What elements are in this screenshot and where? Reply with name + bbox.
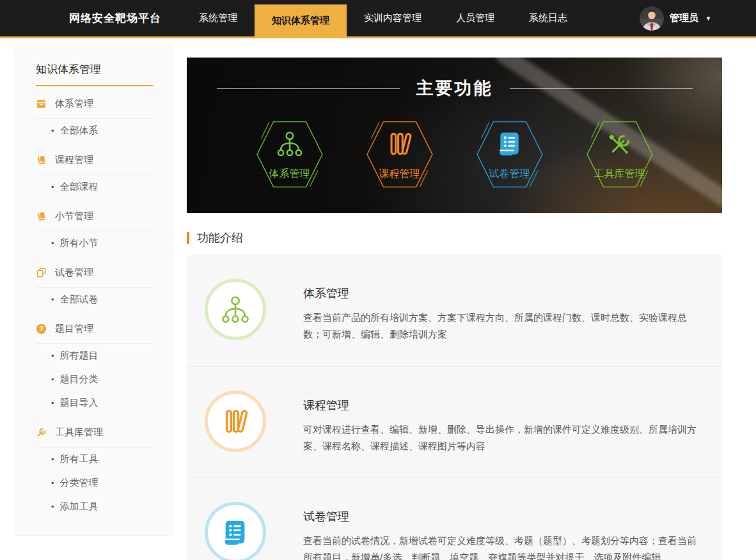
hero-title-row: 主要功能 [187, 77, 722, 100]
hero-feature-course-mgmt[interactable]: 课程管理 [363, 114, 437, 195]
feature-circle [205, 502, 266, 560]
sidebar-item-label: 课程管理 [55, 154, 93, 166]
user-avatar-icon [640, 6, 664, 31]
brand-title[interactable]: 网络安全靶场平台 [69, 0, 161, 36]
nav-item-system-log[interactable]: 系统日志 [512, 0, 585, 36]
sidebar-item-all-systems[interactable]: • 全部体系 [36, 119, 154, 143]
sidebar-section-system: 体系管理 • 全部体系 [36, 89, 154, 143]
sidebar-item-tool-categories[interactable]: • 分类管理 [36, 471, 154, 495]
feature-card-description: 可对课程进行查看、编辑、新增、删除、导出操作，新增的课件可定义难度级别、所属培训… [303, 421, 697, 455]
chevron-down-icon: ▼ [705, 15, 711, 22]
feature-circle [205, 279, 266, 340]
circle-ring [205, 391, 266, 452]
sidebar-child-label: 题目分类 [60, 373, 98, 385]
feature-intro-panel: 体系管理 查看当前产品的所有培训方案、方案下课程方向、所属的课程门数、课时总数、… [187, 255, 722, 560]
sidebar-child-label: 添加工具 [60, 501, 98, 513]
sidebar-section-exam: 试卷管理 • 全部试卷 [36, 258, 154, 311]
bullet-icon: • [51, 126, 54, 136]
section-heading: 功能介绍 [187, 230, 722, 245]
sidebar-item-label: 试卷管理 [55, 267, 93, 279]
divider [217, 88, 400, 89]
sidebar: 知识体系管理 体系管理 • 全部体系 课程管理 • 全部课程 小节管理 • [15, 45, 173, 536]
sidebar-item-label: 工具库管理 [55, 426, 103, 439]
sidebar-item-question-import[interactable]: • 题目导入 [36, 391, 154, 415]
sidebar-item-section-mgmt[interactable]: 小节管理 [36, 201, 154, 231]
sidebar-child-label: 题目导入 [60, 397, 98, 409]
copy-icon [36, 267, 47, 278]
sidebar-item-label: 题目管理 [55, 323, 93, 335]
sidebar-child-label: 所有题目 [60, 350, 98, 362]
sidebar-item-label: 体系管理 [55, 98, 93, 110]
hero-feature-exam-mgmt[interactable]: 试卷管理 [473, 114, 547, 195]
heading-accent-bar [187, 232, 189, 244]
sidebar-child-label: 全部试卷 [60, 293, 98, 306]
bullet-icon: • [51, 238, 54, 248]
feature-card-title: 课程管理 [303, 398, 697, 413]
feature-card-system-mgmt: 体系管理 查看当前产品的所有培训方案、方案下课程方向、所属的课程门数、课时总数、… [187, 255, 722, 367]
sidebar-section-tools: 工具库管理 • 所有工具 • 分类管理 • 添加工具 [36, 417, 154, 518]
hero-feature-label: 试卷管理 [473, 167, 547, 181]
sidebar-child-label: 所有小节 [60, 237, 98, 249]
sidebar-item-question-categories[interactable]: • 题目分类 [36, 368, 154, 391]
hero-feature-row: 体系管理 课程管理 试卷管理 工具 [187, 114, 722, 195]
hero-title: 主要功能 [416, 77, 493, 100]
hero-banner: 主要功能 体系管理 课程管理 [187, 58, 722, 213]
sidebar-child-label: 全部课程 [60, 181, 98, 193]
feature-card-body: 课程管理 可对课程进行查看、编辑、新增、删除、导出操作，新增的课件可定义难度级别… [303, 391, 697, 455]
main-nav: 系统管理 知识体系管理 实训内容管理 人员管理 系统日志 [182, 0, 585, 36]
feature-circle [205, 391, 266, 452]
feature-card-title: 体系管理 [303, 286, 697, 301]
bullet-icon: • [51, 351, 54, 361]
sidebar-item-add-tool[interactable]: • 添加工具 [36, 495, 154, 518]
bullet-icon: • [51, 478, 54, 488]
hero-feature-label: 课程管理 [363, 167, 437, 181]
sidebar-item-all-tools[interactable]: • 所有工具 [36, 447, 154, 471]
sidebar-section-question: 题目管理 • 所有题目 • 题目分类 • 题目导入 [36, 314, 154, 415]
bullet-icon: • [51, 398, 54, 408]
sidebar-section-section: 小节管理 • 所有小节 [36, 201, 154, 255]
books-icon [363, 130, 437, 157]
sidebar-item-toolkit-mgmt[interactable]: 工具库管理 [36, 417, 154, 447]
tools-icon [583, 130, 657, 157]
top-navbar: 网络安全靶场平台 系统管理 知识体系管理 实训内容管理 人员管理 系统日志 管理… [0, 0, 756, 38]
feature-card-exam-mgmt: 试卷管理 查看当前的试卷情况，新增试卷可定义难度等级、考题（题型）、考题划分等内… [187, 478, 722, 560]
nav-item-training-content[interactable]: 实训内容管理 [347, 0, 439, 36]
sidebar-item-label: 小节管理 [55, 210, 93, 222]
hero-feature-system-mgmt[interactable]: 体系管理 [253, 114, 327, 195]
sidebar-item-tixi-mgmt[interactable]: 体系管理 [36, 89, 154, 118]
bullet-icon: • [51, 295, 54, 304]
hero-feature-toolkit-mgmt[interactable]: 工具库管理 [583, 114, 657, 195]
sidebar-item-question-mgmt[interactable]: 题目管理 [36, 314, 154, 343]
book-icon [36, 211, 47, 222]
sidebar-child-label: 分类管理 [60, 477, 98, 489]
sidebar-title: 知识体系管理 [36, 62, 154, 86]
nav-item-personnel[interactable]: 人员管理 [439, 0, 512, 36]
sidebar-item-all-sections[interactable]: • 所有小节 [36, 231, 154, 255]
sidebar-item-all-questions[interactable]: • 所有题目 [36, 344, 154, 368]
circle-ring [205, 502, 266, 560]
user-menu[interactable]: 管理员 ▼ [640, 0, 711, 36]
feature-card-body: 体系管理 查看当前产品的所有培训方案、方案下课程方向、所属的课程门数、课时总数、… [303, 279, 697, 343]
nav-item-knowledge-mgmt[interactable]: 知识体系管理 [255, 4, 347, 36]
feature-card-course-mgmt: 课程管理 可对课程进行查看、编辑、新增、删除、导出操作，新增的课件可定义难度级别… [187, 367, 722, 479]
divider [510, 88, 693, 89]
sidebar-item-course-mgmt[interactable]: 课程管理 [36, 145, 154, 175]
sidebar-item-all-exams[interactable]: • 全部试卷 [36, 288, 154, 311]
nav-item-system-mgmt[interactable]: 系统管理 [182, 0, 255, 36]
feature-card-title: 试卷管理 [303, 509, 697, 524]
sidebar-section-course: 课程管理 • 全部课程 [36, 145, 154, 199]
question-icon [36, 323, 47, 334]
archive-box-icon [36, 98, 47, 109]
sidebar-item-all-courses[interactable]: • 全部课程 [36, 175, 154, 199]
feature-card-description: 查看当前的试卷情况，新增试卷可定义难度等级、考题（题型）、考题划分等内容；查看当… [303, 533, 697, 560]
scroll-icon [473, 130, 547, 157]
hero-feature-label: 体系管理 [253, 167, 327, 181]
org-tree-icon [253, 130, 327, 157]
sidebar-child-label: 所有工具 [60, 453, 98, 465]
book-icon [36, 155, 47, 166]
feature-card-body: 试卷管理 查看当前的试卷情况，新增试卷可定义难度等级、考题（题型）、考题划分等内… [303, 502, 697, 560]
bullet-icon: • [51, 455, 54, 464]
sidebar-item-exam-mgmt[interactable]: 试卷管理 [36, 258, 154, 287]
bullet-icon: • [51, 375, 54, 384]
bullet-icon: • [51, 182, 54, 192]
